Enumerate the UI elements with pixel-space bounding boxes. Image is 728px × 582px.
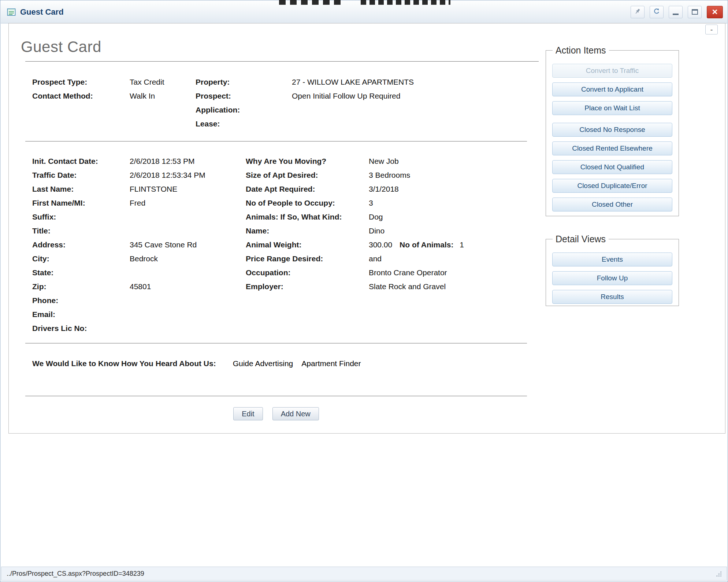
- status-bar: ../Pros/Prospect_CS.aspx?ProspectID=3482…: [1, 567, 727, 581]
- prospect-summary-section: Prospect Type: Tax Credit Property: 27 -…: [32, 75, 523, 131]
- follow-up-button[interactable]: Follow Up: [552, 271, 672, 285]
- field-label: Last Name:: [32, 185, 130, 194]
- field-label: Suffix:: [32, 213, 130, 221]
- field-label: Prospect:: [196, 92, 292, 100]
- field-label: Date Apt Required:: [246, 185, 369, 194]
- divider: [25, 396, 527, 396]
- events-button[interactable]: Events: [552, 253, 672, 266]
- field-value: and: [369, 254, 523, 263]
- field-value: 27 - WILLOW LAKE APARTMENTS: [292, 78, 523, 86]
- field-value: 1: [460, 240, 464, 249]
- closed-other-button[interactable]: Closed Other: [552, 198, 672, 211]
- field-label: Size of Apt Desired:: [246, 171, 369, 180]
- close-button[interactable]: ×: [707, 6, 723, 18]
- field-label: State:: [32, 268, 130, 277]
- field-label: Address:: [32, 240, 130, 249]
- field-label: Why Are You Moving?: [246, 157, 369, 166]
- heard-about-section: We Would Like to Know How You Heard Abou…: [32, 357, 725, 371]
- field-label: Occupation:: [246, 268, 369, 277]
- field-label: Drivers Lic No:: [32, 324, 130, 333]
- heard-about-label: We Would Like to Know How You Heard Abou…: [32, 359, 216, 368]
- background-page-text-fragment: [361, 0, 450, 5]
- field-value: Open Initial Follow Up Required: [292, 92, 523, 100]
- field-value: 2/6/2018 12:53:34 PM: [130, 171, 246, 180]
- field-value: 3 Bedrooms: [369, 171, 523, 180]
- window-controls: ×: [631, 6, 723, 18]
- field-label: Name:: [246, 226, 369, 235]
- maximize-button[interactable]: [688, 6, 702, 18]
- pin-icon: [634, 8, 641, 16]
- field-label: Prospect Type:: [32, 78, 130, 86]
- form-actions: Edit Add New: [25, 407, 527, 420]
- field-value: Dog: [369, 213, 523, 221]
- field-value: FLINTSTONE: [130, 185, 246, 194]
- heard-about-value: Apartment Finder: [301, 359, 361, 368]
- field-label: Phone:: [32, 296, 130, 305]
- field-label: Zip:: [32, 282, 130, 291]
- field-value: Dino: [369, 226, 523, 235]
- divider: [25, 343, 527, 343]
- close-icon: ×: [712, 7, 717, 16]
- field-label: Animals: If So, What Kind:: [246, 213, 369, 221]
- field-value: Tax Credit: [130, 78, 196, 86]
- pin-button[interactable]: [631, 6, 645, 18]
- status-url: ../Pros/Prospect_CS.aspx?ProspectID=3482…: [7, 570, 144, 578]
- divider: [25, 141, 527, 141]
- guest-card-window: Guest Card: [0, 0, 728, 582]
- closed-no-response-button[interactable]: Closed No Response: [552, 123, 672, 137]
- field-value: New Job: [369, 157, 523, 166]
- field-label: Init. Contact Date:: [32, 157, 130, 166]
- resize-grip[interactable]: [716, 571, 721, 577]
- field-label: Employer:: [246, 282, 369, 291]
- closed-rented-elsewhere-button[interactable]: Closed Rented Elsewhere: [552, 141, 672, 155]
- field-value: 345 Cave Stone Rd: [130, 240, 246, 249]
- refresh-button[interactable]: [650, 6, 664, 18]
- detail-views-group: Detail Views Events Follow Up Results: [546, 234, 679, 306]
- convert-to-applicant-button[interactable]: Convert to Applicant: [552, 82, 672, 96]
- heard-about-value: Guide Advertising: [233, 359, 293, 368]
- field-value: 3/1/2018: [369, 185, 523, 194]
- detail-views-title: Detail Views: [553, 234, 609, 244]
- place-on-wait-list-button[interactable]: Place on Wait List: [552, 101, 672, 115]
- guest-card-icon: [7, 7, 16, 17]
- field-value: 3: [369, 199, 523, 207]
- field-value: 45801: [130, 282, 246, 291]
- field-value: Bedrock: [130, 254, 246, 263]
- background-page-text-fragment: [279, 0, 343, 5]
- field-label: Application:: [196, 106, 292, 114]
- action-items-group: Action Items Convert to Traffic Convert …: [546, 45, 679, 216]
- field-label: Animal Weight:: [246, 240, 369, 249]
- field-label: Property:: [196, 78, 292, 86]
- field-value: Slate Rock and Gravel: [369, 282, 523, 291]
- field-value: Walk In: [130, 92, 196, 100]
- divider: [25, 61, 539, 62]
- collapse-chip[interactable]: -: [705, 25, 718, 34]
- convert-to-traffic-button: Convert to Traffic: [552, 64, 672, 78]
- edit-button[interactable]: Edit: [233, 407, 263, 420]
- minimize-icon: [673, 14, 679, 15]
- field-label: First Name/MI:: [32, 199, 130, 207]
- field-label: Traffic Date:: [32, 171, 130, 180]
- closed-duplicate-error-button[interactable]: Closed Duplicate/Error: [552, 179, 672, 193]
- field-value: Bronto Crane Operator: [369, 268, 523, 277]
- field-label: No of People to Occupy:: [246, 199, 369, 207]
- field-label: No of Animals:: [400, 240, 453, 249]
- field-label: Title:: [32, 226, 130, 235]
- field-label: Email:: [32, 310, 130, 319]
- field-label: Contact Method:: [32, 92, 130, 100]
- minimize-button[interactable]: [669, 6, 683, 18]
- window-title: Guest Card: [20, 7, 64, 17]
- field-value-composite: 300.00 No of Animals: 1: [369, 240, 523, 249]
- maximize-icon: [692, 9, 698, 15]
- field-label: Lease:: [196, 119, 292, 128]
- closed-not-qualified-button[interactable]: Closed Not Qualified: [552, 160, 672, 174]
- action-items-title: Action Items: [553, 45, 609, 56]
- field-value: 300.00: [369, 240, 392, 249]
- refresh-icon: [653, 8, 660, 16]
- field-value: Fred: [130, 199, 246, 207]
- prospect-detail-section: Init. Contact Date: 2/6/2018 12:53 PM Wh…: [32, 154, 523, 335]
- results-button[interactable]: Results: [552, 290, 672, 304]
- add-new-button[interactable]: Add New: [272, 407, 319, 420]
- field-label: City:: [32, 254, 130, 263]
- guest-card-panel: Guest Card Prospect Type: Tax Credit Pro…: [8, 23, 725, 434]
